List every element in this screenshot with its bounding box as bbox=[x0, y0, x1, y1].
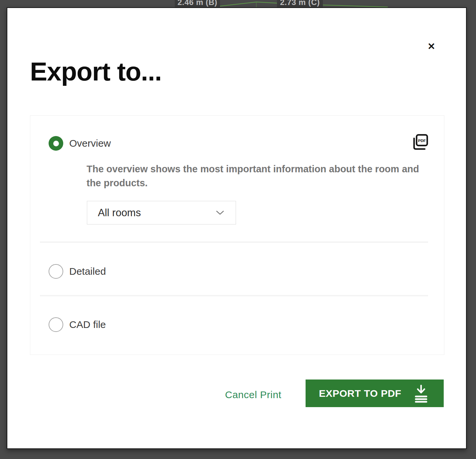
export-dialog: ✕ Export to... Overview PDF The overview… bbox=[7, 7, 467, 449]
radio-dot bbox=[53, 141, 59, 146]
measurement-label: 2.73 m (C) bbox=[277, 0, 323, 7]
rooms-select[interactable]: All rooms bbox=[87, 201, 236, 225]
background-scene: 2.46 m (B) 2.73 m (C) bbox=[0, 0, 476, 7]
option-label-detailed[interactable]: Detailed bbox=[69, 264, 106, 278]
overview-description: The overview shows the most important in… bbox=[87, 162, 426, 190]
roof-outline bbox=[0, 0, 476, 7]
options-card: Overview PDF The overview shows the most… bbox=[30, 115, 444, 355]
download-icon bbox=[414, 384, 428, 403]
cancel-print-link[interactable]: Cancel Print bbox=[225, 389, 281, 400]
divider bbox=[40, 295, 428, 296]
pdf-badge-text: PDF bbox=[418, 139, 426, 143]
export-button-label: EXPORT TO PDF bbox=[319, 388, 414, 399]
dialog-title: Export to... bbox=[30, 57, 161, 87]
divider bbox=[40, 241, 428, 243]
option-label-overview[interactable]: Overview bbox=[69, 136, 111, 150]
rooms-select-value: All rooms bbox=[87, 207, 216, 219]
export-to-pdf-button[interactable]: EXPORT TO PDF bbox=[306, 380, 444, 407]
radio-overview[interactable] bbox=[49, 136, 63, 151]
screen: 2.46 m (B) 2.73 m (C) ✕ Export to... Ove… bbox=[0, 0, 476, 459]
radio-detailed[interactable] bbox=[49, 264, 63, 279]
measurement-label: 2.46 m (B) bbox=[175, 0, 220, 7]
radio-cad-file[interactable] bbox=[49, 317, 63, 332]
option-label-cad-file[interactable]: CAD file bbox=[69, 317, 106, 332]
pdf-file-icon: PDF bbox=[411, 133, 429, 151]
chevron-down-icon bbox=[216, 210, 224, 215]
close-icon[interactable]: ✕ bbox=[424, 39, 439, 54]
